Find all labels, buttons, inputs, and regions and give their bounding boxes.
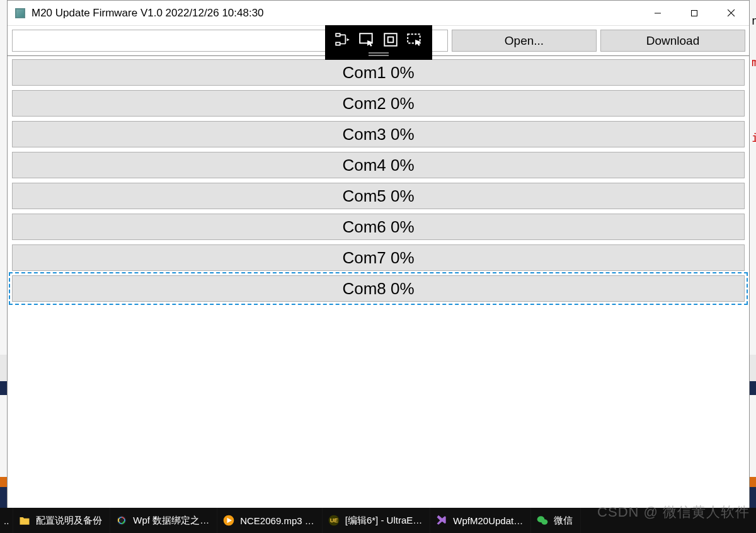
content-area: Open... Download Com1 0%Com2 0%Com3 0%Co… [8,26,749,510]
taskbar: .. 配置说明及备份Wpf 数据绑定之…NCE2069.mp3 …UE[编辑6*… [0,508,756,533]
background-char: n [752,14,756,27]
svg-rect-8 [388,37,394,43]
svg-text:UE: UE [329,517,338,524]
taskbar-item-label: WpfM20Updat… [453,515,523,526]
inspect-toolbar-icons [325,25,432,52]
svg-rect-4 [336,33,340,36]
progress-bar-com3[interactable]: Com3 0% [12,121,745,147]
track-focus-icon[interactable] [404,29,425,50]
browser-icon [115,514,128,527]
close-icon [727,9,735,17]
svg-rect-1 [692,10,697,16]
window-title: M20 Update Firmware V1.0 2022/12/26 10:4… [32,7,639,20]
taskbar-item-label: 微信 [554,515,573,527]
progress-bar-com7[interactable]: Com7 0% [12,244,745,271]
close-button[interactable] [713,1,749,25]
progress-list: Com1 0%Com2 0%Com3 0%Com4 0%Com5 0%Com6 … [8,56,749,306]
maximize-icon [690,9,698,17]
media-icon [222,514,235,527]
window-controls [639,1,749,25]
taskbar-item[interactable]: 配置说明及备份 [13,508,110,533]
background-char: m [752,55,756,69]
titlebar[interactable]: M20 Update Firmware V1.0 2022/12/26 10:4… [8,1,749,26]
download-button[interactable]: Download [600,30,745,52]
taskbar-item-label: Wpf 数据绑定之… [133,515,209,527]
progress-bar-com8[interactable]: Com8 0% [12,275,745,302]
svg-point-16 [541,519,547,524]
svg-rect-5 [336,42,340,45]
progress-bar-com2[interactable]: Com2 0% [12,90,745,117]
taskbar-item[interactable]: NCE2069.mp3 … [217,508,323,533]
drag-handle-icon[interactable] [369,52,389,54]
ue-icon: UE [328,514,340,527]
progress-bar-com5[interactable]: Com5 0% [12,183,745,209]
maximize-button[interactable] [676,1,713,25]
background-char: i [752,131,756,144]
folder-icon [18,514,31,527]
vs-icon [435,514,448,527]
minimize-button[interactable] [639,1,676,25]
open-button[interactable]: Open... [452,30,597,52]
minimize-icon [654,9,662,17]
taskbar-item-label: 配置说明及备份 [36,515,102,527]
app-icon [15,8,25,18]
progress-bar-com6[interactable]: Com6 0% [12,214,745,240]
taskbar-item-label: [编辑6*] - UltraE… [345,515,423,527]
tree-view-icon[interactable] [332,29,353,50]
app-window: M20 Update Firmware V1.0 2022/12/26 10:4… [7,0,750,510]
taskbar-item[interactable]: UE[编辑6*] - UltraE… [323,508,431,533]
select-element-icon[interactable] [356,29,377,50]
taskbar-item-label: NCE2069.mp3 … [240,515,314,526]
layout-outline-icon[interactable] [380,29,401,50]
taskbar-item[interactable]: Wpf 数据绑定之… [110,508,217,533]
taskbar-item[interactable]: 微信 [531,508,581,533]
inspect-toolbar[interactable] [325,25,432,60]
svg-rect-7 [384,33,397,46]
progress-bar-com1[interactable]: Com1 0% [12,59,745,86]
taskbar-overflow[interactable]: .. [0,508,13,533]
taskbar-item[interactable]: WpfM20Updat… [430,508,531,533]
progress-bar-com4[interactable]: Com4 0% [12,152,745,178]
drag-handle-icon[interactable] [369,55,389,56]
wechat-icon [536,514,549,527]
